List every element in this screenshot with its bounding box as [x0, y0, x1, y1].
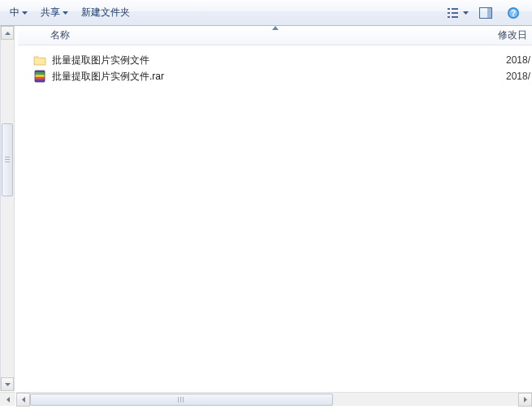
- preview-pane-icon: [479, 7, 492, 19]
- scroll-thumb-horizontal[interactable]: [30, 394, 333, 406]
- chevron-down-icon: [63, 11, 68, 15]
- toolbar: 中 共享 新建文件夹: [0, 0, 532, 26]
- svg-marker-15: [5, 383, 11, 386]
- file-date: 2018/: [506, 54, 532, 66]
- help-button[interactable]: ?: [503, 4, 524, 22]
- share-label: 共享: [41, 6, 60, 19]
- svg-rect-2: [448, 8, 450, 10]
- view-list-icon: [448, 7, 461, 19]
- scroll-thumb-vertical[interactable]: [2, 123, 13, 196]
- file-date: 2018/: [506, 71, 532, 82]
- list-item[interactable]: 批量提取图片实例文件.rar 2018/: [18, 68, 532, 84]
- svg-rect-5: [452, 12, 458, 14]
- column-modified[interactable]: 修改日: [498, 28, 532, 42]
- svg-rect-7: [452, 16, 458, 18]
- svg-rect-4: [448, 12, 450, 14]
- include-label: 中: [10, 6, 19, 19]
- svg-rect-10: [487, 8, 491, 18]
- svg-marker-14: [5, 32, 11, 35]
- chevron-down-icon: [463, 11, 469, 15]
- scroll-up-button[interactable]: [1, 26, 14, 40]
- column-name[interactable]: 名称: [18, 28, 498, 42]
- svg-rect-18: [35, 72, 45, 75]
- help-icon: ?: [507, 6, 520, 19]
- svg-marker-8: [463, 11, 469, 15]
- scroll-down-button[interactable]: [1, 377, 14, 391]
- include-in-library-button[interactable]: 中: [3, 3, 34, 23]
- rar-archive-icon: [32, 70, 47, 83]
- svg-marker-24: [524, 397, 527, 403]
- share-button[interactable]: 共享: [34, 3, 75, 23]
- new-folder-label: 新建文件夹: [81, 6, 130, 19]
- svg-marker-0: [22, 11, 28, 15]
- file-name: 批量提取图片实例文件: [52, 54, 506, 67]
- svg-marker-23: [22, 397, 25, 403]
- file-name: 批量提取图片实例文件.rar: [52, 70, 506, 84]
- svg-marker-22: [6, 397, 10, 403]
- sort-indicator-icon: [272, 26, 279, 30]
- file-list: 批量提取图片实例文件 2018/ 批量提取图片实例文件.rar 2018/: [18, 45, 532, 391]
- column-header: 名称 修改日: [18, 26, 532, 45]
- preview-pane-button[interactable]: [475, 4, 496, 22]
- svg-marker-1: [63, 11, 68, 15]
- svg-marker-16: [272, 26, 279, 30]
- horizontal-scrollbar[interactable]: [16, 392, 532, 406]
- svg-text:?: ?: [511, 9, 516, 18]
- svg-rect-19: [35, 75, 45, 77]
- chevron-down-icon: [22, 11, 28, 15]
- new-folder-button[interactable]: 新建文件夹: [75, 3, 136, 23]
- scroll-left-button[interactable]: [16, 393, 30, 407]
- svg-rect-20: [35, 77, 45, 80]
- column-name-label: 名称: [50, 29, 70, 41]
- list-item[interactable]: 批量提取图片实例文件 2018/: [18, 52, 532, 68]
- column-modified-label: 修改日: [498, 29, 527, 41]
- nav-pane-scrollbar[interactable]: [0, 26, 15, 391]
- explorer-window: 中 共享 新建文件夹: [0, 0, 532, 409]
- view-options-button[interactable]: [448, 4, 469, 22]
- svg-rect-3: [452, 8, 458, 10]
- svg-rect-6: [448, 16, 450, 18]
- scroll-track[interactable]: [30, 393, 518, 407]
- scroll-right-button[interactable]: [518, 393, 532, 407]
- nav-pane-arrow-left[interactable]: [0, 392, 15, 406]
- folder-icon: [32, 54, 47, 67]
